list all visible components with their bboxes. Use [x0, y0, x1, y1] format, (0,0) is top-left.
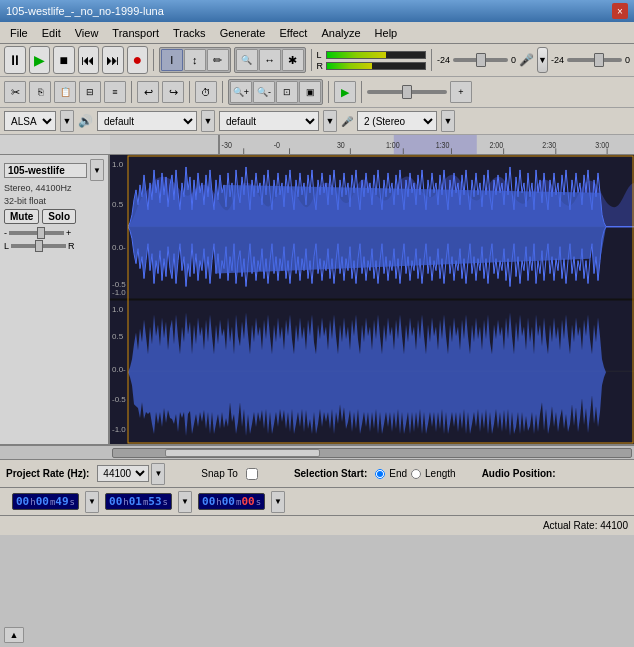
vu-meter-section: L R: [316, 50, 426, 71]
audio-system-select[interactable]: ALSA: [4, 111, 56, 131]
play-region-button[interactable]: ▶: [334, 81, 356, 103]
timer-button[interactable]: ⏱: [195, 81, 217, 103]
status-bar: Project Rate (Hz): 44100 ▼ Snap To Selec…: [0, 459, 634, 487]
skip-back-button[interactable]: ⏮: [78, 46, 100, 74]
audio-pos-dropdown[interactable]: ▼: [271, 491, 285, 513]
channel-dropdown[interactable]: ▼: [441, 110, 455, 132]
tool-group-select: I ↕ ✏: [159, 47, 231, 73]
copy-button[interactable]: ⎘: [29, 81, 51, 103]
svg-text:0.0-: 0.0-: [112, 365, 126, 374]
track-container: 105-westlife ▼ Stereo, 44100Hz 32-bit fl…: [0, 155, 634, 445]
vu-bar-l: [326, 51, 426, 59]
menu-transport[interactable]: Transport: [106, 25, 165, 41]
menu-view[interactable]: View: [69, 25, 105, 41]
toolbar-edit: ✂ ⎘ 📋 ⊟ ≡ ↩ ↪ ⏱ 🔍+ 🔍- ⊡ ▣ ▶ +: [0, 77, 634, 108]
menu-file[interactable]: File: [4, 25, 34, 41]
tool-pencil-button[interactable]: ✏: [207, 49, 229, 71]
sel-end-dropdown[interactable]: ▼: [178, 491, 192, 513]
end-radio[interactable]: [375, 469, 385, 479]
tool-zoom-button[interactable]: 🔍: [236, 49, 258, 71]
tool-select-button[interactable]: I: [161, 49, 183, 71]
project-rate-select[interactable]: 44100: [97, 465, 149, 482]
track-name-row: 105-westlife ▼: [4, 159, 104, 181]
zoom-sel-button[interactable]: ▣: [299, 81, 321, 103]
zoom-fit-button[interactable]: ⊡: [276, 81, 298, 103]
menu-effect[interactable]: Effect: [274, 25, 314, 41]
track-name-label[interactable]: 105-westlife: [4, 163, 87, 178]
undo-button[interactable]: ↩: [137, 81, 159, 103]
menu-help[interactable]: Help: [369, 25, 404, 41]
sep-edit-4: [328, 81, 329, 103]
track-menu-button[interactable]: ▼: [90, 159, 104, 181]
input-volume-slider[interactable]: [453, 58, 508, 62]
playback-speed-slider[interactable]: [367, 90, 447, 94]
output-volume-slider[interactable]: [567, 58, 622, 62]
pan-slider[interactable]: [11, 244, 66, 248]
sel-end-h: 00: [109, 495, 122, 508]
sel-start-time[interactable]: 00 h 00 m 49 s: [12, 493, 79, 510]
menu-edit[interactable]: Edit: [36, 25, 67, 41]
zoom-in-button[interactable]: 🔍+: [230, 81, 252, 103]
svg-text:-30: -30: [222, 141, 233, 151]
scroll-thumb[interactable]: [165, 449, 320, 457]
separator-1: [153, 49, 154, 71]
menu-analyze[interactable]: Analyze: [315, 25, 366, 41]
rate-dropdown[interactable]: ▼: [151, 463, 165, 485]
actual-rate-text: Actual Rate: 44100: [543, 520, 628, 531]
track-info-1: Stereo, 44100Hz: [4, 183, 104, 193]
stop-button[interactable]: ■: [53, 46, 75, 74]
pan-l-label: L: [4, 241, 9, 251]
output-device-select[interactable]: default: [97, 111, 197, 131]
paste-button[interactable]: 📋: [54, 81, 76, 103]
zoom-out-button[interactable]: 🔍-: [253, 81, 275, 103]
length-radio[interactable]: [411, 469, 421, 479]
project-rate-section: 44100 ▼: [97, 463, 165, 485]
redo-button[interactable]: ↪: [162, 81, 184, 103]
solo-button[interactable]: Solo: [42, 209, 76, 224]
vu-bar-r: [326, 62, 426, 70]
sel-end-time[interactable]: 00 h 01 m 53 s: [105, 493, 172, 510]
tool-group-zoom: 🔍 ↔ ✱: [234, 47, 306, 73]
waveform-area[interactable]: 1.0 0.5 0.0- -0.5 -1.0 1.0: [110, 155, 634, 444]
vu-label-r: R: [316, 61, 324, 71]
track-controls: 105-westlife ▼ Stereo, 44100Hz 32-bit fl…: [0, 155, 110, 444]
tool-multi-button[interactable]: ✱: [282, 49, 304, 71]
tool-envelope-button[interactable]: ↕: [184, 49, 206, 71]
sel-start-dropdown[interactable]: ▼: [85, 491, 99, 513]
skip-forward-button[interactable]: ⏭: [102, 46, 124, 74]
audio-settings-button[interactable]: ▼: [60, 110, 74, 132]
play-button[interactable]: ▶: [29, 46, 51, 74]
svg-text:-0.5: -0.5: [112, 395, 126, 404]
pause-button[interactable]: ⏸: [4, 46, 26, 74]
output-0-label: 0: [625, 55, 630, 65]
audio-pos-s: 00: [241, 495, 254, 508]
input-device-dropdown[interactable]: ▼: [323, 110, 337, 132]
audio-pos-us: s: [256, 497, 261, 507]
silence-button[interactable]: ≡: [104, 81, 126, 103]
mic-dropdown[interactable]: ▼: [537, 47, 548, 73]
speed-up-button[interactable]: +: [450, 81, 472, 103]
scroll-track[interactable]: [112, 448, 632, 458]
snap-to-label: Snap To: [201, 468, 238, 479]
gain-slider[interactable]: [9, 231, 64, 235]
trim-button[interactable]: ⊟: [79, 81, 101, 103]
svg-text:-1.0: -1.0: [112, 425, 126, 434]
input-device-select[interactable]: default: [219, 111, 319, 131]
output-device-dropdown[interactable]: ▼: [201, 110, 215, 132]
sel-start-us: s: [70, 497, 75, 507]
sel-start-m: 00: [36, 495, 49, 508]
cut-button[interactable]: ✂: [4, 81, 26, 103]
h-scrollbar: [0, 445, 634, 459]
end-label: End: [389, 468, 407, 479]
collapse-button[interactable]: ▲: [4, 627, 24, 643]
snap-to-checkbox[interactable]: [246, 468, 258, 480]
menu-generate[interactable]: Generate: [214, 25, 272, 41]
channel-select[interactable]: 2 (Stereo: [357, 111, 437, 131]
audio-pos-time[interactable]: 00 h 00 m 00 s: [198, 493, 265, 510]
mute-button[interactable]: Mute: [4, 209, 39, 224]
tool-timeshift-button[interactable]: ↔: [259, 49, 281, 71]
close-button[interactable]: ×: [612, 3, 628, 19]
sel-start-s: 49: [55, 495, 68, 508]
menu-tracks[interactable]: Tracks: [167, 25, 212, 41]
record-button[interactable]: ●: [127, 46, 149, 74]
